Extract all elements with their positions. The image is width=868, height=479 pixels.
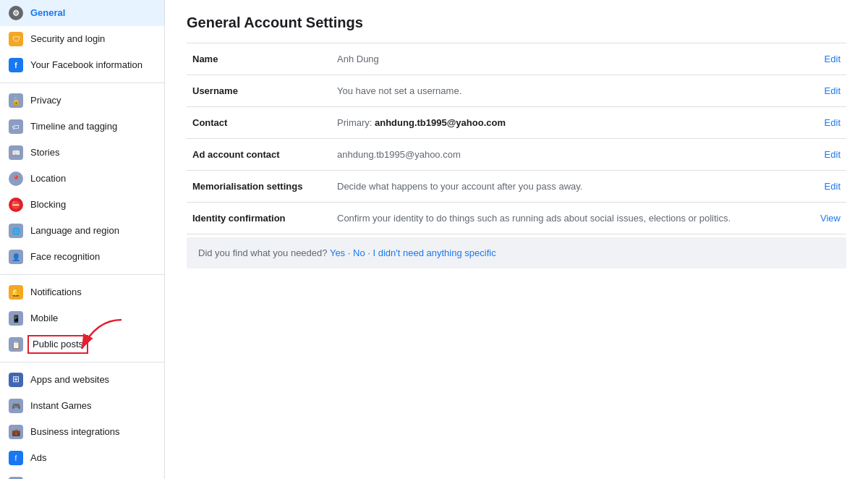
page-title: General Account Settings: [187, 14, 846, 31]
games-icon: 🎮: [9, 399, 23, 413]
setting-edit-memorialisation: Edit: [803, 171, 846, 203]
view-identity-link[interactable]: View: [820, 213, 841, 224]
sidebar-item-timeline[interactable]: 🏷 Timeline and tagging: [0, 114, 164, 140]
contact-email: anhdung.tb1995@yahoo.com: [375, 117, 506, 128]
sidebar-item-games-label: Instant Games: [30, 400, 92, 412]
table-row: Identity confirmation Confirm your ident…: [187, 203, 846, 234]
sidebar-item-privacy[interactable]: 🔒 Privacy: [0, 88, 164, 114]
divider-2: [0, 274, 164, 275]
post-icon: 📋: [9, 337, 23, 352]
setting-value-username: You have not set a username.: [331, 75, 803, 107]
sidebar-item-business-label: Business integrations: [30, 426, 120, 438]
face-icon: 👤: [9, 250, 23, 264]
edit-username-link[interactable]: Edit: [825, 85, 841, 96]
mobile-icon: 📱: [9, 311, 23, 326]
sidebar-item-location-label: Location: [30, 173, 66, 185]
gear-icon: ⚙: [9, 6, 23, 20]
facebook-icon: f: [9, 58, 23, 72]
sidebar-item-privacy-label: Privacy: [30, 95, 61, 107]
feedback-yes-link[interactable]: Yes: [330, 247, 345, 258]
sidebar-item-public-posts[interactable]: 📋 Public posts: [0, 331, 164, 357]
edit-contact-link[interactable]: Edit: [825, 117, 841, 128]
divider-3: [0, 362, 164, 363]
sidebar-item-stories[interactable]: 📖 Stories: [0, 140, 164, 166]
edit-ad-contact-link[interactable]: Edit: [825, 149, 841, 160]
table-row: Name Anh Dung Edit: [187, 43, 846, 75]
shield-icon: 🛡: [9, 32, 23, 46]
book-icon: 📖: [9, 145, 23, 160]
sidebar-item-security[interactable]: 🛡 Security and login: [0, 26, 164, 52]
setting-value-contact: Primary: anhdung.tb1995@yahoo.com: [331, 107, 803, 139]
sidebar-item-notifications[interactable]: 🔔 Notifications: [0, 279, 164, 305]
setting-edit-ad-contact: Edit: [803, 139, 846, 171]
main-content: General Account Settings Name Anh Dung E…: [165, 0, 868, 479]
sidebar-item-apps[interactable]: ⊞ Apps and websites: [0, 367, 164, 393]
setting-value-identity: Confirm your identity to do things such …: [331, 203, 803, 234]
sidebar-item-general-label: General: [30, 7, 65, 20]
sidebar-item-stories-label: Stories: [30, 147, 59, 159]
lock-icon: 🔒: [9, 93, 23, 108]
sidebar-item-public-posts-label: Public posts: [30, 338, 85, 352]
sidebar-item-mobile-label: Mobile: [30, 313, 58, 325]
setting-value-memorialisation: Decide what happens to your account afte…: [331, 171, 803, 203]
sidebar-item-facebook-info-label: Your Facebook information: [30, 59, 142, 72]
tag-icon: 🏷: [9, 119, 23, 134]
setting-label-username: Username: [187, 75, 331, 107]
sidebar-item-language-label: Language and region: [30, 225, 119, 237]
username-value: You have not set a username.: [337, 85, 461, 96]
divider-1: [0, 82, 164, 83]
edit-name-link[interactable]: Edit: [825, 54, 841, 64]
sidebar-item-face[interactable]: 👤 Face recognition: [0, 244, 164, 270]
ads-icon: f: [9, 451, 23, 465]
feedback-bar: Did you find what you needed? Yes · No ·…: [187, 237, 846, 268]
feedback-dot-2: ·: [367, 247, 370, 258]
bell-icon: 🔔: [9, 285, 23, 300]
sidebar-item-ads[interactable]: f Ads: [0, 445, 164, 471]
sidebar-item-mobile[interactable]: 📱 Mobile: [0, 305, 164, 331]
table-row: Ad account contact anhdung.tb1995@yahoo.…: [187, 139, 846, 171]
feedback-neither-link[interactable]: I didn't need anything specific: [373, 247, 496, 258]
sidebar-item-blocking-label: Blocking: [30, 199, 66, 211]
public-posts-arrow-wrapper: Public posts: [30, 338, 85, 352]
setting-label-memorialisation: Memorialisation settings: [187, 171, 331, 203]
sidebar-item-blocking[interactable]: ⛔ Blocking: [0, 192, 164, 218]
setting-label-ad-contact: Ad account contact: [187, 139, 331, 171]
setting-edit-contact: Edit: [803, 107, 846, 139]
setting-label-name: Name: [187, 43, 331, 75]
setting-value-ad-contact: anhdung.tb1995@yahoo.com: [331, 139, 803, 171]
table-row: Contact Primary: anhdung.tb1995@yahoo.co…: [187, 107, 846, 139]
setting-edit-username: Edit: [803, 75, 846, 107]
sidebar-item-business[interactable]: 💼 Business integrations: [0, 419, 164, 445]
block-icon: ⛔: [9, 198, 23, 212]
setting-label-contact: Contact: [187, 107, 331, 139]
sidebar-item-notifications-label: Notifications: [30, 287, 82, 299]
feedback-question: Did you find what you needed?: [198, 247, 328, 258]
sidebar-item-timeline-label: Timeline and tagging: [30, 121, 117, 133]
business-icon: 💼: [9, 425, 23, 439]
feedback-dot-1: ·: [348, 247, 351, 258]
feedback-no-link[interactable]: No: [353, 247, 365, 258]
sidebar-item-language[interactable]: 🌐 Language and region: [0, 218, 164, 244]
globe-icon: 🌐: [9, 224, 23, 238]
sidebar-item-payments[interactable]: 💳 Payments: [0, 471, 164, 479]
sidebar: ⚙ General 🛡 Security and login f Your Fa…: [0, 0, 165, 479]
sidebar-item-face-label: Face recognition: [30, 251, 100, 263]
setting-label-identity: Identity confirmation: [187, 203, 331, 234]
settings-table: Name Anh Dung Edit Username You have not…: [187, 43, 846, 234]
setting-value-name: Anh Dung: [331, 43, 803, 75]
ad-contact-value: anhdung.tb1995@yahoo.com: [337, 149, 461, 160]
setting-edit-identity: View: [803, 203, 846, 234]
sidebar-item-facebook-info[interactable]: f Your Facebook information: [0, 52, 164, 78]
name-value: Anh Dung: [337, 54, 379, 64]
apps-icon: ⊞: [9, 373, 23, 387]
sidebar-item-ads-label: Ads: [30, 452, 46, 465]
contact-prefix: Primary:: [337, 117, 375, 128]
sidebar-item-location[interactable]: 📍 Location: [0, 166, 164, 192]
memorialisation-value: Decide what happens to your account afte…: [337, 181, 582, 192]
edit-memorialisation-link[interactable]: Edit: [825, 181, 841, 192]
sidebar-item-apps-label: Apps and websites: [30, 374, 109, 386]
sidebar-item-games[interactable]: 🎮 Instant Games: [0, 393, 164, 419]
setting-edit-name: Edit: [803, 43, 846, 75]
table-row: Username You have not set a username. Ed…: [187, 75, 846, 107]
sidebar-item-general[interactable]: ⚙ General: [0, 0, 164, 26]
